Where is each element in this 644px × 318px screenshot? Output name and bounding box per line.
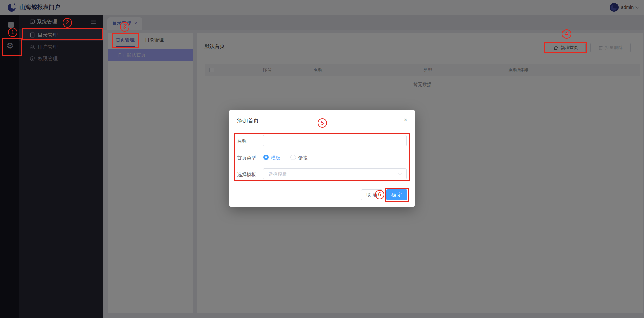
cancel-button[interactable]: 取 消 — [361, 189, 382, 200]
add-homepage-dialog: 添加首页 × 名称 首页类型 模板 链接 选择模板 选择模板 取 消 确 定 — [229, 110, 415, 207]
radio-template[interactable] — [263, 155, 269, 160]
template-select[interactable]: 选择模板 — [263, 168, 407, 179]
chevron-down-icon — [398, 171, 401, 175]
close-icon[interactable]: × — [404, 116, 407, 124]
template-field-label: 选择模板 — [237, 172, 256, 178]
template-select-placeholder: 选择模板 — [268, 171, 287, 177]
confirm-button[interactable]: 确 定 — [386, 189, 407, 200]
radio-link-label[interactable]: 链接 — [298, 155, 308, 161]
name-input[interactable] — [263, 135, 407, 146]
app-screen: 山海鲸报表门户 admin ⚙ 系统 — [0, 0, 644, 318]
name-field-label: 名称 — [237, 138, 247, 144]
homepage-type-label: 首页类型 — [237, 155, 256, 161]
dialog-title: 添加首页 — [237, 117, 259, 124]
radio-template-label[interactable]: 模板 — [271, 155, 280, 161]
radio-link[interactable] — [290, 155, 296, 160]
